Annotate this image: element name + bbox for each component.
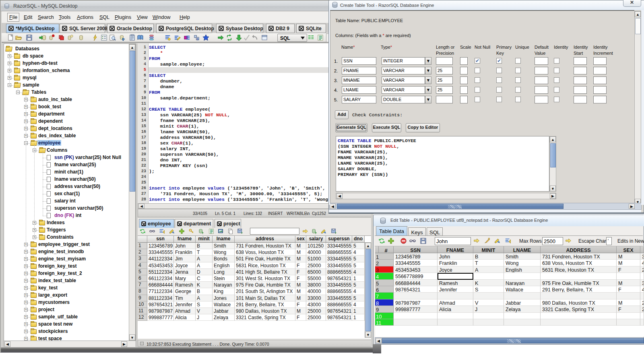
- svg-text:0: 0: [197, 37, 199, 41]
